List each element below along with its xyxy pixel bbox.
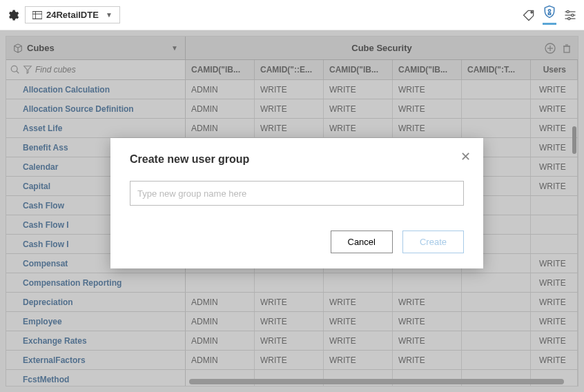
topbar-actions [522, 5, 577, 25]
svg-point-9 [572, 14, 574, 16]
modal-title: Create new user group [130, 153, 464, 166]
close-icon[interactable]: ✕ [460, 149, 471, 164]
svg-point-3 [531, 11, 533, 13]
create-button[interactable]: Create [402, 231, 464, 253]
sliders-icon[interactable] [563, 8, 577, 22]
group-name-input[interactable] [130, 181, 464, 206]
svg-point-8 [567, 10, 569, 12]
topbar: 24RetailDTE ▼ [0, 0, 584, 30]
create-group-modal: ✕ Create new user group Cancel Create [110, 138, 483, 268]
shield-icon[interactable] [543, 5, 556, 19]
cancel-button[interactable]: Cancel [331, 231, 393, 253]
svg-rect-0 [32, 11, 42, 19]
svg-point-10 [568, 17, 570, 19]
gear-icon[interactable] [7, 9, 19, 21]
svg-point-4 [548, 10, 550, 12]
datasource-name: 24RetailDTE [46, 10, 99, 20]
tag-icon[interactable] [522, 8, 536, 22]
datasource-selector[interactable]: 24RetailDTE ▼ [25, 6, 120, 23]
database-icon [32, 11, 42, 19]
caret-down-icon: ▼ [106, 11, 113, 19]
